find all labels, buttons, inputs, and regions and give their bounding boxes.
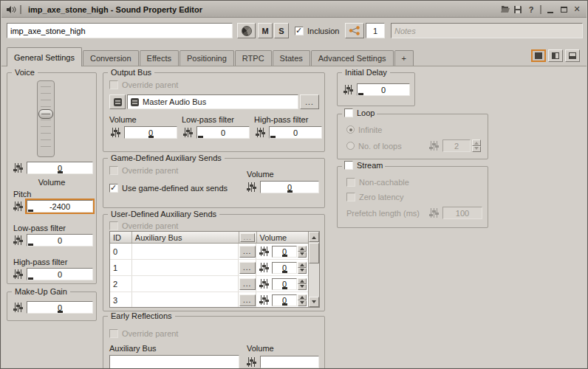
er-volume-field[interactable] (260, 356, 319, 368)
makeup-gain-field[interactable]: 0 (27, 301, 93, 314)
fader-icon[interactable] (342, 84, 355, 95)
fader-icon[interactable] (109, 127, 123, 138)
column-header-id[interactable]: ID (110, 232, 132, 243)
inclusion-control: Inclusion (295, 26, 339, 35)
spin-down-button[interactable] (298, 300, 307, 306)
scrollbar-thumb[interactable] (309, 243, 319, 263)
reference-count-box[interactable]: 1 (366, 23, 385, 38)
output-bus-browse-button[interactable]: ... (300, 94, 319, 109)
loop-checkbox[interactable] (344, 108, 353, 117)
fader-icon[interactable] (12, 201, 25, 212)
aux-volume-field[interactable]: 0 (272, 262, 297, 274)
aux-browse-button[interactable]: ... (239, 246, 256, 258)
aux-bus-cell[interactable] (132, 244, 239, 259)
voice-hpf-field[interactable]: 0 (27, 268, 93, 280)
spin-down-button[interactable] (298, 268, 307, 274)
loops-spinner-control: 2 (428, 139, 481, 152)
voice-volume-slider[interactable] (37, 80, 55, 157)
zero-latency-checkbox (346, 193, 355, 201)
override-parent-checkbox (109, 80, 118, 89)
fader-icon[interactable] (245, 182, 259, 193)
spin-up-button[interactable] (298, 246, 307, 252)
tab-general-settings[interactable]: General Settings (7, 47, 82, 66)
er-aux-bus-field[interactable] (109, 355, 239, 369)
voice-lpf-field[interactable]: 0 (27, 234, 93, 246)
scroll-up-button[interactable] (309, 232, 319, 242)
aux-bus-cell[interactable] (132, 260, 239, 275)
open-folder-icon[interactable] (498, 3, 511, 16)
output-bus-field[interactable]: Master Audio Bus (127, 94, 298, 109)
fader-icon[interactable] (258, 294, 271, 306)
maximize-button[interactable] (557, 3, 570, 16)
scroll-down-button[interactable] (309, 297, 319, 307)
tab-add[interactable]: + (394, 50, 414, 66)
aux-volume-field[interactable]: 0 (272, 294, 297, 306)
layout-single-button[interactable] (531, 49, 546, 62)
aux-volume-field[interactable]: 0 (272, 278, 297, 290)
fader-icon[interactable] (12, 162, 25, 173)
output-hpf-field[interactable]: 0 (269, 126, 322, 139)
fader-icon[interactable] (182, 127, 195, 138)
spin-down-button[interactable] (298, 284, 307, 290)
table-scrollbar[interactable] (308, 232, 319, 307)
user-aux-group: User-Defined Auxiliary Sends Override pa… (103, 214, 325, 311)
initial-delay-group: Initial Delay 0 (337, 72, 415, 106)
aux-browse-button[interactable]: ... (239, 294, 256, 306)
spin-up-button[interactable] (298, 294, 307, 300)
aux-bus-cell[interactable] (132, 292, 239, 307)
spin-down-button[interactable] (298, 252, 307, 258)
tab-rtpc[interactable]: RTPC (235, 50, 272, 66)
inclusion-checkbox[interactable] (295, 27, 304, 35)
voice-hpf-label: High-pass filter (13, 258, 67, 266)
early-reflections-override-control: Override parent (109, 328, 178, 338)
tab-advanced-settings[interactable]: Advanced Settings (311, 50, 394, 66)
tab-conversion[interactable]: Conversion (83, 50, 139, 66)
voice-volume-label: Volume (7, 178, 96, 187)
use-game-aux-checkbox[interactable] (109, 184, 118, 193)
tab-effects[interactable]: Effects (140, 50, 179, 66)
object-name-input[interactable] (7, 23, 233, 38)
minimize-button[interactable] (544, 3, 557, 16)
fader-icon[interactable] (258, 278, 271, 289)
voice-pitch-field[interactable]: -2400 (27, 200, 93, 213)
aux-volume-field[interactable]: 0 (272, 246, 297, 258)
aux-bus-cell[interactable] (132, 276, 239, 292)
fader-icon[interactable] (12, 235, 25, 246)
fader-icon[interactable] (254, 127, 267, 138)
spin-up-button[interactable] (298, 262, 307, 268)
aux-browse-button[interactable]: ... (239, 278, 256, 290)
tab-positioning[interactable]: Positioning (180, 50, 234, 66)
fader-icon[interactable] (12, 269, 25, 280)
layout-horizontal-split-button[interactable] (565, 49, 580, 62)
fader-icon[interactable] (258, 262, 271, 273)
help-icon[interactable]: ? (524, 3, 538, 16)
initial-delay-field[interactable]: 0 (357, 83, 410, 96)
aux-row-id: 2 (110, 276, 132, 292)
display-color-button[interactable] (237, 23, 256, 38)
column-header-bus[interactable]: Auxiliary Bus (132, 232, 239, 243)
non-cachable-checkbox (346, 178, 355, 187)
output-volume-field[interactable]: 0 (124, 126, 177, 139)
fader-icon[interactable] (245, 356, 259, 368)
tab-states[interactable]: States (273, 50, 310, 66)
notes-input[interactable] (391, 23, 583, 38)
close-button[interactable]: ✕ (570, 3, 584, 16)
mute-button[interactable]: M (258, 23, 273, 38)
layout-vertical-split-button[interactable] (548, 49, 563, 62)
fader-icon[interactable] (12, 302, 25, 313)
stream-checkbox[interactable] (344, 161, 353, 170)
horizontal-split-icon (569, 52, 576, 59)
voice-volume-field[interactable]: 0 (27, 162, 93, 174)
fader-icon[interactable] (258, 246, 271, 257)
aux-browse-button[interactable]: ... (239, 262, 256, 274)
output-bus-icon-button[interactable] (109, 94, 126, 109)
save-icon[interactable] (511, 3, 524, 16)
slider-handle[interactable] (38, 109, 53, 119)
output-lpf-field[interactable]: 0 (196, 126, 250, 139)
solo-button[interactable]: S (274, 23, 289, 38)
game-aux-volume-field[interactable]: 0 (260, 181, 319, 193)
column-header-volume[interactable]: Volume (257, 232, 308, 243)
user-aux-override-control: Override parent (109, 221, 178, 230)
sharesets-button[interactable] (345, 23, 364, 38)
spin-up-button[interactable] (298, 278, 307, 284)
